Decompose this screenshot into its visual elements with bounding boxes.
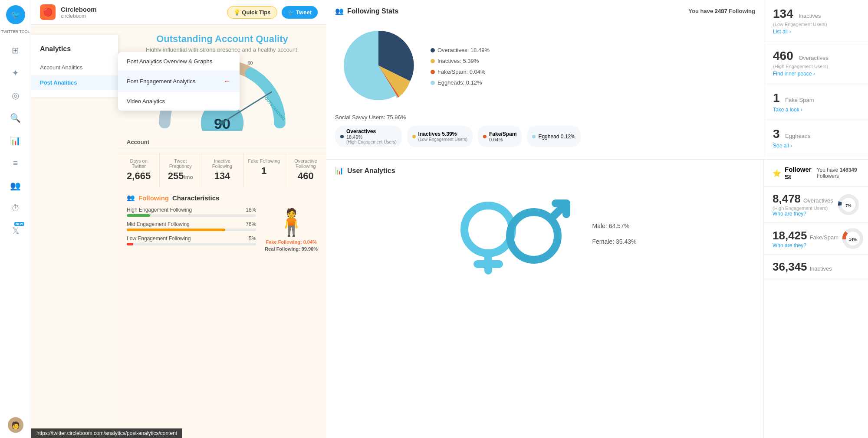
chip-overactives-info: Overactives 18.49% (High Engagement User… — [346, 128, 397, 144]
social-savvy-label: Social Savvy Users: 75.96% — [335, 114, 755, 121]
legend-inactives: Inactives: 5.39% — [431, 58, 490, 64]
stat-freq-label: Tweet Frequency — [164, 158, 197, 169]
following-stats-title: Following Stats — [347, 7, 398, 15]
bar-low-engagement: Low Engagement Following 5% — [127, 235, 256, 245]
bar-low-label: Low Engagement Following — [127, 235, 191, 242]
see-all-link[interactable]: See all › — [773, 143, 859, 149]
legend-label-inactives: Inactives: 5.39% — [437, 58, 479, 64]
sidebar-item-x[interactable]: 𝕏 NEW — [6, 221, 25, 240]
following-stats-sidebar: 134 Inactives (Low Engagement Users) Lis… — [764, 0, 868, 159]
legend-label-fake: Fake/Spam: 0.04% — [437, 69, 486, 75]
gender-area: Male: 64.57% Female: 35.43% — [335, 182, 755, 286]
legend-label-eggheads: Eggheads: 0.12% — [437, 79, 482, 86]
who-are-they-link-2[interactable]: Who are they? — [773, 242, 838, 248]
top-bar-actions: 💡 Quick Tips 🐦 Tweet — [227, 6, 318, 19]
sidebar-item-people[interactable]: 👥 — [6, 176, 25, 195]
follower-inactives-label: Inactives — [810, 265, 832, 272]
main-wrapper: 🔴 Circleboom circleboom 💡 Quick Tips 🐦 T… — [31, 0, 868, 438]
sidebar-item-circle[interactable]: ◎ — [6, 86, 25, 105]
who-are-they-link-1[interactable]: Who are they? — [773, 211, 833, 217]
follower-overactives-num: 8,478 — [773, 192, 801, 206]
chip-inactives-sub: (Low Engagement Users) — [418, 137, 467, 142]
chip-inactives: Inactives 5.39% (Low Engagement Users) — [407, 126, 473, 147]
sidebar-item-grid[interactable]: ⊞ — [6, 41, 25, 60]
url-bar: https://twitter.circleboom.com/analytics… — [31, 428, 182, 438]
chip-fake: Fake/Spam 0.04% — [478, 126, 522, 147]
follower-fake-info: 18,425 Fake/Spam Who are they? — [773, 229, 838, 248]
overactives-donut: 7% — [838, 194, 859, 216]
sidebar-item-clock[interactable]: ⏱ — [6, 199, 25, 218]
list-all-link[interactable]: List all › — [773, 29, 859, 35]
following-stats-content: Overactives: 18.49% Inactives: 5.39% Fak… — [335, 22, 755, 111]
follower-count-display: You have 146349 Followers — [817, 167, 859, 179]
gender-labels: Male: 64.57% Female: 35.43% — [592, 222, 637, 245]
stat-fake-value: 1 — [248, 165, 280, 177]
top-bar: 🔴 Circleboom circleboom 💡 Quick Tips 🐦 T… — [31, 0, 326, 25]
chip-overactives: Overactives 18.49% (High Engagement User… — [335, 126, 402, 147]
following-icon: 👥 — [127, 194, 135, 202]
stat-block-eggheads-label: Eggheads — [785, 133, 811, 139]
dropdown-item-overview[interactable]: Post Analytics Overview & Graphs — [118, 52, 240, 71]
bar-mid-track — [127, 229, 256, 231]
chip-dot-fake — [483, 135, 487, 138]
stat-fake: Fake Following 1 — [243, 153, 285, 187]
stat-block-inactives-num: 134 — [773, 7, 793, 20]
dropdown-item-engagement[interactable]: Post Engagement Analytics ← — [118, 71, 240, 92]
brand-info: Circleboom circleboom — [61, 6, 97, 19]
svg-point-8 — [220, 120, 224, 125]
sidebar-item-network[interactable]: ✦ — [6, 63, 25, 82]
new-badge: NEW — [14, 222, 24, 226]
chip-overactives-pct: 18.49% — [346, 134, 397, 140]
stat-block-fake: 1 Fake Spam Take a look › — [764, 84, 868, 120]
brand-name: Circleboom — [61, 6, 97, 13]
nav-item-post[interactable]: Post Analitics — [31, 75, 118, 90]
sidebar-logo[interactable]: 🐦 — [6, 5, 25, 24]
chips-row: Overactives 18.49% (High Engagement User… — [335, 121, 755, 152]
follower-stat-overactives: 8,478 Overactives (High Engagement Users… — [764, 187, 868, 222]
arrow-icon: ← — [223, 77, 231, 86]
stat-block-inactives-sub: (Low Engagement Users) — [773, 22, 859, 27]
female-label: Female: 35.43% — [592, 238, 637, 245]
svg-text:14%: 14% — [849, 237, 857, 242]
legend-eggheads: Eggheads: 0.12% — [431, 79, 490, 86]
stat-overactive-value: 460 — [289, 170, 322, 182]
stat-days-value: 2,665 — [122, 170, 155, 182]
bottom-row: 📊 User Analytics — [326, 160, 868, 438]
quality-title: Outstanding Account Quality — [131, 33, 313, 45]
fake-following-label: Fake Following: 0.04% — [266, 239, 317, 245]
legend-dot-fake — [431, 70, 435, 74]
take-a-look-link[interactable]: Take a look › — [773, 107, 859, 113]
left-panel: 🔴 Circleboom circleboom 💡 Quick Tips 🐦 T… — [31, 0, 326, 438]
legend-dot-inactives — [431, 59, 435, 63]
nav-item-account[interactable]: Account Analitics — [31, 60, 118, 75]
user-analytics-header: 📊 User Analytics — [335, 167, 755, 175]
bar-low-pct: 5% — [249, 235, 256, 242]
quick-tips-button[interactable]: 💡 Quick Tips — [227, 6, 277, 19]
following-stats-icon: 👥 — [335, 7, 344, 15]
legend-fake: Fake/Spam: 0.04% — [431, 69, 490, 75]
stat-block-inactives: 134 Inactives (Low Engagement Users) Lis… — [764, 0, 868, 42]
sidebar-item-list[interactable]: ≡ — [6, 154, 25, 173]
sidebar-item-chart[interactable]: 📊 — [6, 131, 25, 150]
chip-dot-egghead — [532, 135, 536, 138]
bar-high-track — [127, 214, 256, 217]
following-section: 👥 Following Characteristics High Engagem… — [118, 187, 326, 438]
find-inner-peace-link[interactable]: Find inner peace › — [773, 71, 859, 77]
chip-dot-inactives — [412, 135, 416, 138]
stat-block-fake-label: Fake Spam — [785, 97, 814, 103]
user-avatar[interactable]: 🧑 — [8, 417, 23, 433]
stat-block-fake-num: 1 — [773, 91, 780, 105]
follower-overactives-info: 8,478 Overactives (High Engagement Users… — [773, 192, 833, 217]
chip-inactives-info: Inactives 5.39% (Low Engagement Users) — [418, 131, 467, 142]
user-analytics-icon: 📊 — [335, 167, 344, 175]
dropdown-item-video[interactable]: Video Analytics — [118, 92, 240, 111]
following-stats-header: 👥 Following Stats You have 2487 Followin… — [335, 7, 755, 15]
legend-dot-eggheads — [431, 81, 435, 85]
nav-sidebar: Analytics Account Analitics Post Analiti… — [31, 35, 118, 97]
chip-dot-overactives — [340, 135, 344, 138]
bar-high-pct: 18% — [246, 207, 256, 213]
svg-point-11 — [464, 206, 512, 253]
sidebar-item-search[interactable]: 🔍 — [6, 108, 25, 127]
tweet-button[interactable]: 🐦 Tweet — [282, 6, 318, 19]
stat-overactive: Overactive Following 460 — [285, 153, 326, 187]
